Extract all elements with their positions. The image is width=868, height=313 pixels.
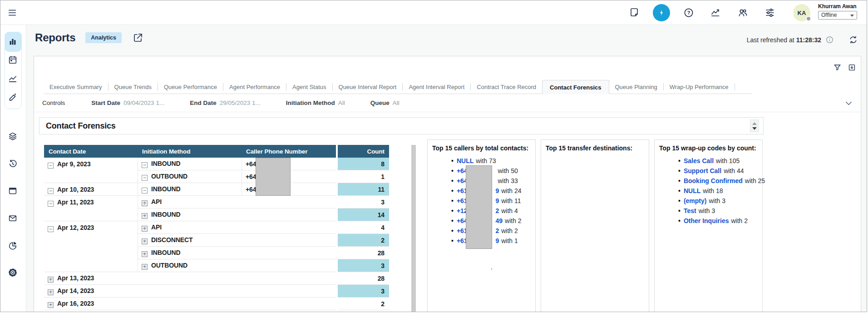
wrapup-link[interactable]: Test [684,207,696,214]
status-select[interactable]: Offline [818,11,857,20]
controls-label: Controls [42,99,65,106]
wrapup-link[interactable]: Other Inquiries [684,217,729,224]
section-stepper[interactable] [750,119,759,132]
collapse-icon[interactable] [48,163,54,169]
collapse-icon[interactable] [142,175,148,181]
chevron-down-icon[interactable] [845,99,853,107]
col-contact-date[interactable]: Contact Date [44,145,138,158]
collapse-icon[interactable] [48,226,54,232]
expand-icon[interactable] [48,277,54,283]
notes-icon[interactable] [629,7,640,18]
window-icon[interactable] [8,186,18,196]
expand-icon[interactable] [142,251,148,257]
line-chart-icon[interactable] [8,74,18,84]
last-refreshed-time: 11:28:32 [796,36,821,44]
filter-initiation-method[interactable]: Initiation MethodAll [286,99,345,106]
layers-icon[interactable] [8,131,18,141]
download-icon[interactable] [848,63,856,72]
vertical-scrollbar[interactable] [411,145,416,312]
external-link-icon[interactable] [133,32,143,43]
col-caller-phone[interactable]: Caller Phone Number [242,145,336,158]
history-icon[interactable] [8,159,18,169]
collapse-icon[interactable] [48,201,54,207]
caller-link-suffix[interactable]: 2 [495,227,499,234]
pie-chart-icon[interactable] [8,240,18,250]
tab-queue-trends[interactable]: Queue Trends [108,80,158,94]
filter-queue[interactable]: QueueAll [370,99,399,106]
avatar-initials: KA [798,10,806,16]
users-icon[interactable] [737,7,748,18]
count-cell: 28 [338,247,389,259]
collapse-icon[interactable] [48,188,54,194]
count-cell: 4 [338,221,389,234]
caller-link-suffix[interactable]: 9 [495,237,499,244]
method-cell: INBOUND [138,183,242,196]
tab-agent-performance[interactable]: Agent Performance [223,80,286,94]
table-row: Apr 11, 2023 API 3 [44,196,389,209]
horizontal-scrollbar[interactable] [44,312,412,312]
metrics-icon[interactable] [710,7,721,18]
wrapup-link[interactable]: NULL [684,187,700,194]
tab-queue-performance[interactable]: Queue Performance [158,80,223,94]
sliders-icon[interactable] [764,7,775,18]
count-cell: 1 [338,170,389,183]
caller-link-suffix[interactable]: 49 [495,217,503,224]
wrapup-link[interactable]: (empty) [684,197,707,204]
table-row: Apr 10, 2023 INBOUND +642 11 [44,183,389,196]
refresh-icon[interactable] [848,35,858,45]
tab-executive-summary[interactable]: Executive Summary [44,80,108,94]
tab-queue-interval-report[interactable]: Queue Interval Report [333,80,403,94]
wrapup-link[interactable]: Support Call [684,167,721,174]
expand-icon[interactable] [142,238,148,244]
col-count[interactable]: Count [338,145,389,158]
collapse-icon[interactable] [142,188,148,194]
stepper-down-icon[interactable] [752,127,757,130]
method-cell: DISCONNECT [138,234,336,247]
user-box: Khurram Awan Offline [818,3,862,20]
info-icon[interactable] [825,35,834,44]
tab-contract-trace-record[interactable]: Contract Trace Record [471,80,542,94]
tab-contact-forensics[interactable]: Contact Forensics [542,80,609,94]
tab-agent-status[interactable]: Agent Status [286,80,332,94]
mail-icon[interactable] [8,213,18,223]
tab-queue-planning[interactable]: Queue Planning [609,80,663,94]
expand-icon[interactable] [48,289,54,295]
expand-icon[interactable] [142,213,148,219]
help-icon[interactable]: ? [683,7,694,18]
caller-link-suffix[interactable]: 9 [495,197,499,204]
expand-icon[interactable] [142,226,148,232]
table-row: Apr 9, 2023 INBOUND +642 8 [44,158,389,170]
expand-icon[interactable] [142,264,148,270]
expand-icon[interactable] [142,200,148,206]
col-initiation-method[interactable]: Initiation Method [138,145,242,158]
list-item: Testwith 3 [678,206,759,216]
gear-icon[interactable] [8,268,18,278]
table-header-row: Contact Date Initiation Method Caller Ph… [44,145,389,158]
calendar-icon[interactable] [8,55,18,65]
caller-link-suffix[interactable]: 9 [495,187,499,194]
wrapup-link[interactable]: Booking Confirmed [684,177,743,184]
list-item: NULLwith 73 [451,156,532,166]
caller-link-suffix[interactable]: 2 [495,207,499,214]
list-item: (empty)with 3 [678,196,759,206]
filter-end-date[interactable]: End Date29/05/2023 1... [190,99,261,106]
stepper-up-icon[interactable] [752,122,757,125]
table-row: Apr 16, 2023 2 [44,298,389,310]
wrapup-link[interactable]: Sales Call [684,157,714,164]
footnote-dot: . [491,263,493,271]
tab-wrap-up-performance[interactable]: Wrap-Up Performance [664,80,735,94]
analytics-badge[interactable]: Analytics [85,32,122,43]
date-cell: Apr 16, 2023 [44,298,336,310]
design-brush-icon[interactable] [8,92,18,102]
filter-start-date[interactable]: Start Date09/04/2023 1... [91,99,164,106]
filter-icon[interactable] [833,63,842,72]
caller-link[interactable]: NULL [457,157,473,164]
bar-chart-icon[interactable] [8,37,18,47]
hamburger-menu-icon[interactable] [7,8,18,18]
expand-icon[interactable] [48,302,54,308]
list-item: NULLwith 18 [678,186,759,196]
collapse-icon[interactable] [142,162,148,168]
flash-tasks-button[interactable] [653,4,670,21]
method-cell: OUTBOUND [138,259,336,272]
tab-agent-interval-report[interactable]: Agent Interval Report [403,80,470,94]
